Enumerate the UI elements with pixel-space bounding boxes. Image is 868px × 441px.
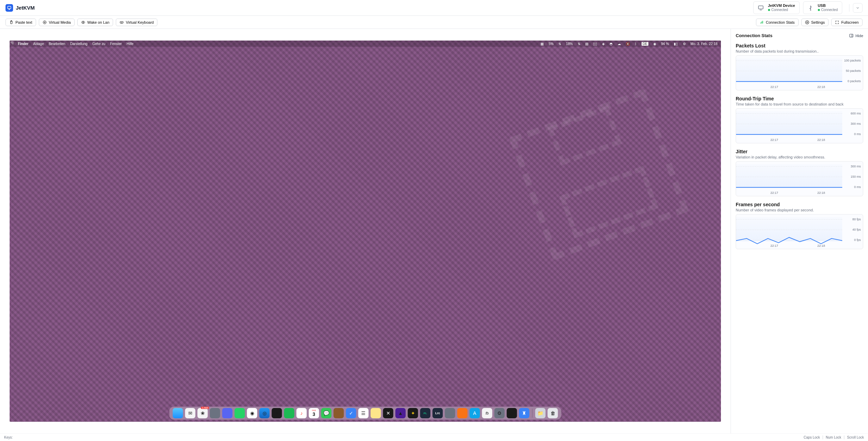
menubar-updown-icon[interactable]: ⇅	[558, 42, 561, 46]
dock-appstore-icon[interactable]: A	[470, 408, 480, 418]
menubar-control-icon[interactable]: ⚙	[683, 42, 686, 46]
dock-finder-icon[interactable]	[173, 408, 183, 418]
header-menu-button[interactable]	[853, 3, 863, 13]
dock-spotify-icon[interactable]	[284, 408, 294, 418]
dock-app-icon[interactable]: ✦	[408, 408, 418, 418]
dock-lightroom-icon[interactable]: Lrc	[433, 408, 443, 418]
dock-app-icon[interactable]: ✕	[383, 408, 393, 418]
menubar-mute-icon[interactable]: 🔇	[626, 42, 630, 46]
button-label: Virtual Media	[49, 20, 71, 24]
mac-menu-item[interactable]: Finder	[18, 42, 29, 46]
button-label: Paste text	[15, 20, 32, 24]
chart-desc: Number of data packets lost during trans…	[736, 49, 863, 53]
menubar-layout-icon[interactable]: ▯▯	[593, 42, 597, 46]
chevron-down-icon	[856, 6, 860, 10]
mac-menu-item[interactable]: Darstellung	[70, 42, 88, 46]
fullscreen-button[interactable]: Fullscreen	[831, 19, 863, 26]
chart-fill	[736, 58, 842, 82]
menubar-battery[interactable]: 94 %	[661, 42, 669, 46]
dock-app-icon[interactable]	[445, 408, 455, 418]
menubar-updown-icon[interactable]: ⇅	[578, 42, 580, 46]
toolbar: Paste text Virtual Media Wake on Lan Vir…	[0, 16, 868, 29]
chart-line	[736, 187, 842, 188]
dock-reminders-icon[interactable]: ☰	[358, 408, 369, 418]
y-axis-label: 0 packets	[847, 79, 861, 83]
x-axis-label: 22:18	[817, 138, 825, 142]
dock-settings-icon[interactable]: ⚙	[494, 408, 505, 418]
mac-menu-item[interactable]: Hilfe	[126, 42, 133, 46]
remote-screen[interactable]: Finder Ablage Bearbeiten Darstellung Geh…	[10, 41, 721, 422]
svg-rect-9	[850, 34, 853, 37]
dock-music-icon[interactable]: ♪	[297, 408, 307, 418]
virtual-media-button[interactable]: Virtual Media	[39, 19, 75, 26]
usb-status-pill[interactable]: USB Connected	[803, 1, 842, 14]
mac-menu-item[interactable]: Bearbeiten	[49, 42, 65, 46]
dock-notes-icon[interactable]	[371, 408, 381, 418]
dock-app-icon[interactable]	[210, 408, 220, 418]
keys-label: Keys:	[4, 436, 13, 439]
brand[interactable]: JetKVM	[5, 4, 35, 12]
paste-text-button[interactable]: Paste text	[5, 19, 36, 26]
settings-button[interactable]: Settings	[801, 19, 829, 26]
dock-app-icon[interactable]: fb	[482, 408, 492, 418]
sidebar-icon	[849, 33, 854, 38]
dock-messages-icon[interactable]: 💬	[321, 408, 332, 418]
dock-whatsapp-icon[interactable]	[235, 408, 245, 418]
connection-stats-button[interactable]: Connection Stats	[756, 19, 799, 26]
usb-icon	[808, 5, 814, 11]
chart-title: Jitter	[736, 149, 863, 154]
mac-menu-item[interactable]: Ablage	[33, 42, 44, 46]
menubar-percent[interactable]: 18%	[566, 42, 573, 46]
chart-line	[736, 81, 842, 82]
menubar-cube-icon[interactable]: ◈	[602, 42, 605, 46]
hide-panel-button[interactable]: Hide	[849, 33, 863, 38]
dock-app-icon[interactable]: PL	[420, 408, 431, 418]
chart-title: Frames per second	[736, 202, 863, 207]
dock-trash-icon[interactable]: 🗑	[548, 408, 558, 418]
dock-mail-icon[interactable]: ✉	[185, 408, 196, 418]
dock-app-icon[interactable]: ▲	[396, 408, 406, 418]
menubar-shield-icon[interactable]: ◓	[610, 42, 613, 46]
dock-things-icon[interactable]: ✓	[346, 408, 356, 418]
resize-handle[interactable]	[10, 41, 14, 45]
mac-menubar[interactable]: Finder Ablage Bearbeiten Darstellung Geh…	[10, 41, 721, 47]
wake-on-lan-button[interactable]: Wake on Lan	[77, 19, 113, 26]
dock-discord-icon[interactable]	[222, 408, 233, 418]
footer-bar: Keys: Caps Lock Num Lock Scroll Lock	[0, 433, 868, 441]
dock-app-icon[interactable]	[457, 408, 468, 418]
chart-title: Packets Lost	[736, 43, 863, 48]
mac-menu-item[interactable]: Fenster	[110, 42, 122, 46]
dock-photos-icon[interactable]: ❀1.584	[198, 408, 208, 418]
brand-logo-icon	[5, 4, 13, 12]
mac-dock: ✉ ❀1.584 ◉ ◎ ✕ ♪ FEB3 💬 ✓ ☰ ✕	[169, 407, 561, 420]
dock-chrome-icon[interactable]: ◉	[247, 408, 257, 418]
dock-calendar-icon[interactable]: FEB3	[309, 408, 319, 418]
menubar-datetime[interactable]: Mo. 3. Feb. 22:18	[691, 42, 717, 46]
chart-fill	[736, 164, 842, 188]
caps-lock-indicator: Caps Lock	[801, 436, 820, 439]
menubar-cloud-icon[interactable]: ☁	[617, 42, 621, 46]
connection-stats-panel: Connection Stats Hide Packets Lost Numbe…	[731, 29, 868, 433]
dock-folder-icon[interactable]: 📁	[535, 408, 546, 418]
signal-icon	[760, 20, 764, 24]
x-axis-label: 22:18	[817, 244, 825, 247]
menubar-stat-icon[interactable]: ▦	[541, 42, 544, 46]
menubar-wifi-icon[interactable]: ◉	[653, 42, 656, 46]
menubar-lang[interactable]: DE	[642, 42, 648, 46]
virtual-keyboard-button[interactable]: Virtual Keyboard	[116, 19, 157, 26]
mac-menu-item[interactable]: Gehe zu	[92, 42, 105, 46]
menubar-graph-icon[interactable]: ▤	[585, 42, 588, 46]
dock-app-icon[interactable]: ✕	[272, 408, 282, 418]
device-status-pill[interactable]: JetKVM Device Connected	[753, 1, 800, 14]
dock-app-icon[interactable]: ♜	[519, 408, 530, 418]
dock-app-icon[interactable]	[334, 408, 344, 418]
menubar-percent[interactable]: 5%	[548, 42, 553, 46]
menubar-battery-icon[interactable]: ▮▯	[674, 42, 678, 46]
menubar-bluetooth-icon[interactable]: ᛒ	[635, 42, 637, 46]
x-axis-label: 22:17	[770, 244, 778, 247]
gear-icon	[805, 20, 809, 24]
dock-safari-icon[interactable]: ◎	[259, 408, 270, 418]
dock-app-icon[interactable]: ◈	[507, 408, 517, 418]
y-axis-label: 0 fps	[854, 238, 861, 242]
fullscreen-icon	[835, 20, 839, 24]
